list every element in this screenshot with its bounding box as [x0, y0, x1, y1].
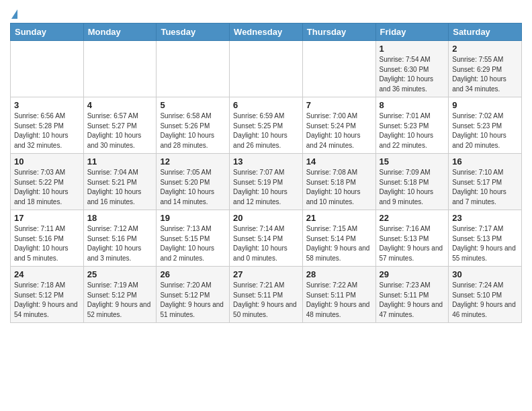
- day-number: 3: [14, 100, 80, 110]
- day-info: Sunrise: 6:56 AMSunset: 5:28 PMDaylight:…: [14, 111, 80, 150]
- day-info: Sunrise: 7:03 AMSunset: 5:22 PMDaylight:…: [14, 168, 80, 207]
- day-info: Sunrise: 6:58 AMSunset: 5:26 PMDaylight:…: [160, 111, 226, 150]
- column-header-monday: Monday: [83, 24, 157, 41]
- calendar-cell: 3Sunrise: 6:56 AMSunset: 5:28 PMDaylight…: [11, 97, 84, 154]
- day-info: Sunrise: 7:01 AMSunset: 5:23 PMDaylight:…: [380, 111, 445, 150]
- calendar-cell: 18Sunrise: 7:12 AMSunset: 5:16 PMDayligh…: [83, 210, 157, 267]
- calendar-cell: 20Sunrise: 7:14 AMSunset: 5:14 PMDayligh…: [230, 210, 303, 267]
- day-number: 10: [14, 156, 80, 167]
- calendar-cell: 8Sunrise: 7:01 AMSunset: 5:23 PMDaylight…: [375, 97, 449, 154]
- calendar-cell: 12Sunrise: 7:05 AMSunset: 5:20 PMDayligh…: [157, 154, 230, 210]
- day-info: Sunrise: 7:20 AMSunset: 5:12 PMDaylight:…: [160, 281, 226, 320]
- calendar-week-row: 24Sunrise: 7:18 AMSunset: 5:12 PMDayligh…: [11, 267, 522, 323]
- day-info: Sunrise: 6:57 AMSunset: 5:27 PMDaylight:…: [87, 111, 153, 150]
- day-number: 23: [452, 213, 518, 223]
- day-number: 28: [306, 269, 372, 279]
- day-number: 2: [452, 44, 518, 54]
- day-number: 27: [233, 269, 299, 279]
- day-info: Sunrise: 7:16 AMSunset: 5:13 PMDaylight:…: [380, 224, 445, 263]
- column-header-sunday: Sunday: [11, 24, 84, 41]
- calendar-week-row: 10Sunrise: 7:03 AMSunset: 5:22 PMDayligh…: [11, 154, 522, 210]
- calendar-cell: 21Sunrise: 7:15 AMSunset: 5:14 PMDayligh…: [302, 210, 375, 267]
- calendar-cell: 24Sunrise: 7:18 AMSunset: 5:12 PMDayligh…: [11, 267, 84, 323]
- column-header-saturday: Saturday: [449, 24, 522, 41]
- calendar-week-row: 17Sunrise: 7:11 AMSunset: 5:16 PMDayligh…: [11, 210, 522, 267]
- calendar-cell: 27Sunrise: 7:21 AMSunset: 5:11 PMDayligh…: [230, 267, 303, 323]
- calendar-cell: [83, 41, 157, 97]
- column-header-tuesday: Tuesday: [157, 24, 230, 41]
- day-number: 13: [233, 156, 299, 167]
- day-info: Sunrise: 7:15 AMSunset: 5:14 PMDaylight:…: [306, 224, 372, 263]
- calendar-cell: 11Sunrise: 7:04 AMSunset: 5:21 PMDayligh…: [83, 154, 157, 210]
- day-number: 12: [160, 156, 226, 167]
- day-info: Sunrise: 7:07 AMSunset: 5:19 PMDaylight:…: [233, 168, 299, 207]
- day-number: 22: [380, 213, 445, 223]
- calendar-week-row: 1Sunrise: 7:54 AMSunset: 6:30 PMDaylight…: [11, 41, 522, 97]
- column-header-friday: Friday: [375, 24, 449, 41]
- day-number: 8: [380, 100, 445, 110]
- day-number: 5: [160, 100, 226, 110]
- day-number: 16: [452, 156, 518, 167]
- calendar-cell: [302, 41, 375, 97]
- calendar-table: SundayMondayTuesdayWednesdayThursdayFrid…: [10, 23, 522, 323]
- day-number: 25: [87, 269, 153, 279]
- column-header-wednesday: Wednesday: [230, 24, 303, 41]
- calendar-cell: [157, 41, 230, 97]
- calendar-cell: 9Sunrise: 7:02 AMSunset: 5:23 PMDaylight…: [449, 97, 522, 154]
- day-info: Sunrise: 7:54 AMSunset: 6:30 PMDaylight:…: [380, 55, 445, 94]
- day-number: 11: [87, 156, 153, 167]
- day-number: 4: [87, 100, 153, 110]
- day-info: Sunrise: 7:04 AMSunset: 5:21 PMDaylight:…: [87, 168, 153, 207]
- day-info: Sunrise: 7:13 AMSunset: 5:15 PMDaylight:…: [160, 224, 226, 263]
- day-number: 14: [306, 156, 372, 167]
- day-info: Sunrise: 7:55 AMSunset: 6:29 PMDaylight:…: [452, 55, 518, 94]
- calendar-cell: 15Sunrise: 7:09 AMSunset: 5:18 PMDayligh…: [375, 154, 449, 210]
- day-number: 1: [380, 44, 445, 54]
- day-info: Sunrise: 7:02 AMSunset: 5:23 PMDaylight:…: [452, 111, 518, 150]
- day-number: 20: [233, 213, 299, 223]
- calendar-cell: 6Sunrise: 6:59 AMSunset: 5:25 PMDaylight…: [230, 97, 303, 154]
- day-number: 17: [14, 213, 80, 223]
- day-number: 26: [160, 269, 226, 279]
- calendar-week-row: 3Sunrise: 6:56 AMSunset: 5:28 PMDaylight…: [11, 97, 522, 154]
- day-number: 30: [452, 269, 518, 279]
- day-number: 9: [452, 100, 518, 110]
- calendar-cell: 28Sunrise: 7:22 AMSunset: 5:11 PMDayligh…: [302, 267, 375, 323]
- calendar-cell: 30Sunrise: 7:24 AMSunset: 5:10 PMDayligh…: [449, 267, 522, 323]
- calendar-cell: 29Sunrise: 7:23 AMSunset: 5:11 PMDayligh…: [375, 267, 449, 323]
- calendar-cell: 10Sunrise: 7:03 AMSunset: 5:22 PMDayligh…: [11, 154, 84, 210]
- day-number: 29: [380, 269, 445, 279]
- day-info: Sunrise: 7:22 AMSunset: 5:11 PMDaylight:…: [306, 281, 372, 320]
- day-number: 15: [380, 156, 445, 167]
- day-number: 7: [306, 100, 372, 110]
- calendar-cell: 23Sunrise: 7:17 AMSunset: 5:13 PMDayligh…: [449, 210, 522, 267]
- day-number: 19: [160, 213, 226, 223]
- day-info: Sunrise: 7:19 AMSunset: 5:12 PMDaylight:…: [87, 281, 153, 320]
- calendar-header-row: SundayMondayTuesdayWednesdayThursdayFrid…: [11, 24, 522, 41]
- day-number: 21: [306, 213, 372, 223]
- logo: [10, 7, 17, 19]
- day-info: Sunrise: 7:24 AMSunset: 5:10 PMDaylight:…: [452, 281, 518, 320]
- calendar-cell: 17Sunrise: 7:11 AMSunset: 5:16 PMDayligh…: [11, 210, 84, 267]
- calendar-cell: 26Sunrise: 7:20 AMSunset: 5:12 PMDayligh…: [157, 267, 230, 323]
- calendar-cell: 25Sunrise: 7:19 AMSunset: 5:12 PMDayligh…: [83, 267, 157, 323]
- day-info: Sunrise: 7:11 AMSunset: 5:16 PMDaylight:…: [14, 224, 80, 263]
- calendar-cell: 19Sunrise: 7:13 AMSunset: 5:15 PMDayligh…: [157, 210, 230, 267]
- calendar-cell: 22Sunrise: 7:16 AMSunset: 5:13 PMDayligh…: [375, 210, 449, 267]
- day-number: 18: [87, 213, 153, 223]
- day-info: Sunrise: 7:08 AMSunset: 5:18 PMDaylight:…: [306, 168, 372, 207]
- calendar-cell: 5Sunrise: 6:58 AMSunset: 5:26 PMDaylight…: [157, 97, 230, 154]
- day-info: Sunrise: 7:05 AMSunset: 5:20 PMDaylight:…: [160, 168, 226, 207]
- day-info: Sunrise: 7:23 AMSunset: 5:11 PMDaylight:…: [380, 281, 445, 320]
- day-info: Sunrise: 7:18 AMSunset: 5:12 PMDaylight:…: [14, 281, 80, 320]
- day-info: Sunrise: 6:59 AMSunset: 5:25 PMDaylight:…: [233, 111, 299, 150]
- day-info: Sunrise: 7:21 AMSunset: 5:11 PMDaylight:…: [233, 281, 299, 320]
- calendar-cell: 2Sunrise: 7:55 AMSunset: 6:29 PMDaylight…: [449, 41, 522, 97]
- day-info: Sunrise: 7:14 AMSunset: 5:14 PMDaylight:…: [233, 224, 299, 263]
- day-info: Sunrise: 7:10 AMSunset: 5:17 PMDaylight:…: [452, 168, 518, 207]
- calendar-cell: 4Sunrise: 6:57 AMSunset: 5:27 PMDaylight…: [83, 97, 157, 154]
- day-number: 6: [233, 100, 299, 110]
- calendar-cell: [11, 41, 84, 97]
- calendar-cell: 14Sunrise: 7:08 AMSunset: 5:18 PMDayligh…: [302, 154, 375, 210]
- calendar-cell: [230, 41, 303, 97]
